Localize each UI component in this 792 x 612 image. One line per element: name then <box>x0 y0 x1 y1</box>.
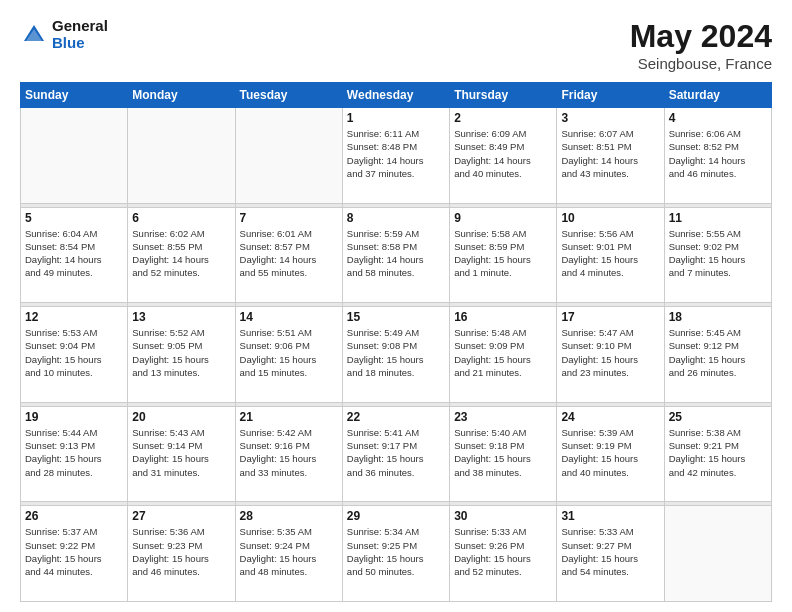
calendar-day: 24Sunrise: 5:39 AMSunset: 9:19 PMDayligh… <box>557 406 664 502</box>
logo: General Blue <box>20 18 108 51</box>
day-number: 31 <box>561 509 659 523</box>
logo-icon <box>20 21 48 49</box>
logo-text: General Blue <box>52 18 108 51</box>
calendar-day: 15Sunrise: 5:49 AMSunset: 9:08 PMDayligh… <box>342 307 449 403</box>
day-info: Sunrise: 5:59 AMSunset: 8:58 PMDaylight:… <box>347 227 445 280</box>
calendar-week-5: 26Sunrise: 5:37 AMSunset: 9:22 PMDayligh… <box>21 506 772 602</box>
day-info: Sunrise: 6:07 AMSunset: 8:51 PMDaylight:… <box>561 127 659 180</box>
col-saturday: Saturday <box>664 83 771 108</box>
calendar-day: 16Sunrise: 5:48 AMSunset: 9:09 PMDayligh… <box>450 307 557 403</box>
calendar-day: 13Sunrise: 5:52 AMSunset: 9:05 PMDayligh… <box>128 307 235 403</box>
day-number: 21 <box>240 410 338 424</box>
day-info: Sunrise: 6:02 AMSunset: 8:55 PMDaylight:… <box>132 227 230 280</box>
day-info: Sunrise: 6:04 AMSunset: 8:54 PMDaylight:… <box>25 227 123 280</box>
day-info: Sunrise: 5:36 AMSunset: 9:23 PMDaylight:… <box>132 525 230 578</box>
day-info: Sunrise: 5:33 AMSunset: 9:26 PMDaylight:… <box>454 525 552 578</box>
calendar-day: 31Sunrise: 5:33 AMSunset: 9:27 PMDayligh… <box>557 506 664 602</box>
calendar-day: 14Sunrise: 5:51 AMSunset: 9:06 PMDayligh… <box>235 307 342 403</box>
day-info: Sunrise: 5:42 AMSunset: 9:16 PMDaylight:… <box>240 426 338 479</box>
day-number: 11 <box>669 211 767 225</box>
day-info: Sunrise: 5:56 AMSunset: 9:01 PMDaylight:… <box>561 227 659 280</box>
day-number: 2 <box>454 111 552 125</box>
day-info: Sunrise: 5:51 AMSunset: 9:06 PMDaylight:… <box>240 326 338 379</box>
day-info: Sunrise: 5:48 AMSunset: 9:09 PMDaylight:… <box>454 326 552 379</box>
calendar-day: 5Sunrise: 6:04 AMSunset: 8:54 PMDaylight… <box>21 207 128 303</box>
day-info: Sunrise: 6:09 AMSunset: 8:49 PMDaylight:… <box>454 127 552 180</box>
calendar-day: 9Sunrise: 5:58 AMSunset: 8:59 PMDaylight… <box>450 207 557 303</box>
day-info: Sunrise: 5:34 AMSunset: 9:25 PMDaylight:… <box>347 525 445 578</box>
header: General Blue May 2024 Seingbouse, France <box>20 18 772 72</box>
day-number: 23 <box>454 410 552 424</box>
calendar-week-3: 12Sunrise: 5:53 AMSunset: 9:04 PMDayligh… <box>21 307 772 403</box>
calendar-day: 17Sunrise: 5:47 AMSunset: 9:10 PMDayligh… <box>557 307 664 403</box>
logo-general-text: General <box>52 18 108 35</box>
day-info: Sunrise: 5:33 AMSunset: 9:27 PMDaylight:… <box>561 525 659 578</box>
day-number: 10 <box>561 211 659 225</box>
calendar-day: 6Sunrise: 6:02 AMSunset: 8:55 PMDaylight… <box>128 207 235 303</box>
calendar-week-2: 5Sunrise: 6:04 AMSunset: 8:54 PMDaylight… <box>21 207 772 303</box>
calendar-week-4: 19Sunrise: 5:44 AMSunset: 9:13 PMDayligh… <box>21 406 772 502</box>
calendar-day: 30Sunrise: 5:33 AMSunset: 9:26 PMDayligh… <box>450 506 557 602</box>
calendar-day: 25Sunrise: 5:38 AMSunset: 9:21 PMDayligh… <box>664 406 771 502</box>
calendar-day: 29Sunrise: 5:34 AMSunset: 9:25 PMDayligh… <box>342 506 449 602</box>
calendar-day: 23Sunrise: 5:40 AMSunset: 9:18 PMDayligh… <box>450 406 557 502</box>
day-number: 15 <box>347 310 445 324</box>
day-number: 18 <box>669 310 767 324</box>
day-info: Sunrise: 5:35 AMSunset: 9:24 PMDaylight:… <box>240 525 338 578</box>
subtitle: Seingbouse, France <box>630 55 772 72</box>
calendar-day: 11Sunrise: 5:55 AMSunset: 9:02 PMDayligh… <box>664 207 771 303</box>
day-number: 9 <box>454 211 552 225</box>
day-number: 6 <box>132 211 230 225</box>
day-info: Sunrise: 5:55 AMSunset: 9:02 PMDaylight:… <box>669 227 767 280</box>
logo-blue-text: Blue <box>52 35 108 52</box>
calendar-day <box>235 108 342 204</box>
calendar-day: 27Sunrise: 5:36 AMSunset: 9:23 PMDayligh… <box>128 506 235 602</box>
calendar-day: 21Sunrise: 5:42 AMSunset: 9:16 PMDayligh… <box>235 406 342 502</box>
day-info: Sunrise: 5:58 AMSunset: 8:59 PMDaylight:… <box>454 227 552 280</box>
day-number: 13 <box>132 310 230 324</box>
calendar-day: 12Sunrise: 5:53 AMSunset: 9:04 PMDayligh… <box>21 307 128 403</box>
day-number: 12 <box>25 310 123 324</box>
day-number: 27 <box>132 509 230 523</box>
day-info: Sunrise: 5:52 AMSunset: 9:05 PMDaylight:… <box>132 326 230 379</box>
calendar-day: 2Sunrise: 6:09 AMSunset: 8:49 PMDaylight… <box>450 108 557 204</box>
day-number: 30 <box>454 509 552 523</box>
col-friday: Friday <box>557 83 664 108</box>
calendar-day: 19Sunrise: 5:44 AMSunset: 9:13 PMDayligh… <box>21 406 128 502</box>
calendar-day: 28Sunrise: 5:35 AMSunset: 9:24 PMDayligh… <box>235 506 342 602</box>
day-number: 5 <box>25 211 123 225</box>
col-wednesday: Wednesday <box>342 83 449 108</box>
page: General Blue May 2024 Seingbouse, France… <box>0 0 792 612</box>
day-info: Sunrise: 5:39 AMSunset: 9:19 PMDaylight:… <box>561 426 659 479</box>
day-number: 8 <box>347 211 445 225</box>
calendar: Sunday Monday Tuesday Wednesday Thursday… <box>20 82 772 602</box>
col-monday: Monday <box>128 83 235 108</box>
day-info: Sunrise: 5:47 AMSunset: 9:10 PMDaylight:… <box>561 326 659 379</box>
calendar-header-row: Sunday Monday Tuesday Wednesday Thursday… <box>21 83 772 108</box>
day-number: 16 <box>454 310 552 324</box>
calendar-day <box>21 108 128 204</box>
calendar-day: 3Sunrise: 6:07 AMSunset: 8:51 PMDaylight… <box>557 108 664 204</box>
calendar-day: 22Sunrise: 5:41 AMSunset: 9:17 PMDayligh… <box>342 406 449 502</box>
calendar-day: 8Sunrise: 5:59 AMSunset: 8:58 PMDaylight… <box>342 207 449 303</box>
day-number: 4 <box>669 111 767 125</box>
calendar-day <box>664 506 771 602</box>
day-info: Sunrise: 6:01 AMSunset: 8:57 PMDaylight:… <box>240 227 338 280</box>
day-number: 17 <box>561 310 659 324</box>
calendar-week-1: 1Sunrise: 6:11 AMSunset: 8:48 PMDaylight… <box>21 108 772 204</box>
calendar-day: 7Sunrise: 6:01 AMSunset: 8:57 PMDaylight… <box>235 207 342 303</box>
calendar-day: 10Sunrise: 5:56 AMSunset: 9:01 PMDayligh… <box>557 207 664 303</box>
calendar-day: 18Sunrise: 5:45 AMSunset: 9:12 PMDayligh… <box>664 307 771 403</box>
day-number: 25 <box>669 410 767 424</box>
day-number: 28 <box>240 509 338 523</box>
title-block: May 2024 Seingbouse, France <box>630 18 772 72</box>
day-info: Sunrise: 5:43 AMSunset: 9:14 PMDaylight:… <box>132 426 230 479</box>
col-thursday: Thursday <box>450 83 557 108</box>
col-tuesday: Tuesday <box>235 83 342 108</box>
calendar-day: 20Sunrise: 5:43 AMSunset: 9:14 PMDayligh… <box>128 406 235 502</box>
day-number: 24 <box>561 410 659 424</box>
day-number: 14 <box>240 310 338 324</box>
day-info: Sunrise: 5:49 AMSunset: 9:08 PMDaylight:… <box>347 326 445 379</box>
day-info: Sunrise: 5:44 AMSunset: 9:13 PMDaylight:… <box>25 426 123 479</box>
col-sunday: Sunday <box>21 83 128 108</box>
